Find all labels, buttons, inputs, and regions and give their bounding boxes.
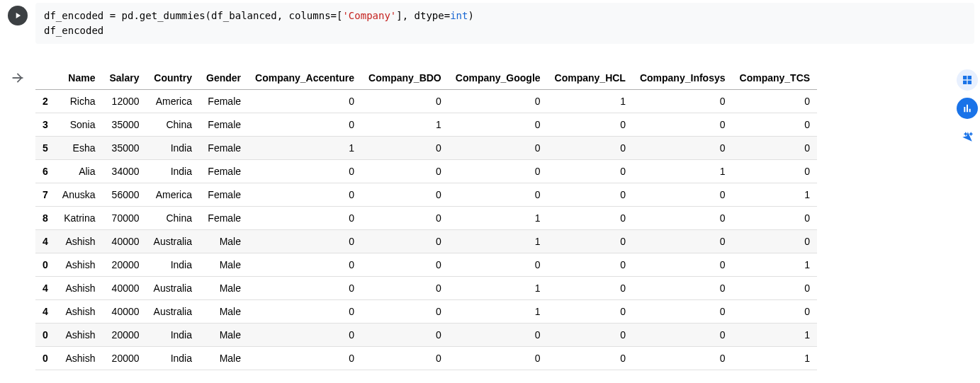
table-cell: 0 xyxy=(733,90,818,113)
code-text: ) xyxy=(468,10,473,21)
table-cell: 0 xyxy=(633,300,733,324)
table-cell: 40000 xyxy=(103,230,147,253)
output-area: NameSalaryCountryGenderCompany_Accenture… xyxy=(0,67,980,370)
interactive-table-button[interactable] xyxy=(957,69,978,91)
table-cell: 0 xyxy=(248,277,361,300)
table-cell: 0 xyxy=(548,160,633,183)
run-button[interactable] xyxy=(8,6,28,25)
table-cell: 0 xyxy=(449,90,548,113)
table-cell: 0 xyxy=(248,90,361,113)
table-cell: 0 xyxy=(733,300,818,324)
magic-icon xyxy=(961,130,974,143)
output-gutter xyxy=(0,67,35,86)
table-row: 4Ashish40000AustraliaMale001000 xyxy=(35,277,817,300)
table-cell: 0 xyxy=(248,183,361,207)
row-index: 4 xyxy=(35,277,55,300)
table-cell: 20000 xyxy=(103,253,147,277)
table-row: 0Ashish20000IndiaMale000001 xyxy=(35,347,817,370)
table-cell: 0 xyxy=(733,137,818,160)
table-cell: Female xyxy=(199,90,248,113)
table-cell: Male xyxy=(199,253,248,277)
table-cell: 0 xyxy=(733,230,818,253)
table-cell: Alia xyxy=(55,160,103,183)
table-cell: 0 xyxy=(548,137,633,160)
table-cell: 0 xyxy=(361,160,449,183)
table-row: 8Katrina70000ChinaFemale001000 xyxy=(35,207,817,230)
code-text: ], dtype= xyxy=(396,10,450,21)
table-cell: 0 xyxy=(733,160,818,183)
table-cell: 1 xyxy=(449,300,548,324)
table-cell: 1 xyxy=(361,113,449,137)
table-cell: 0 xyxy=(248,253,361,277)
table-cell: 70000 xyxy=(103,207,147,230)
table-cell: Male xyxy=(199,277,248,300)
code-text: df_encoded xyxy=(44,25,103,36)
table-cell: 0 xyxy=(248,207,361,230)
table-cell: 0 xyxy=(449,347,548,370)
table-cell: 0 xyxy=(548,277,633,300)
table-row: 6Alia34000IndiaFemale000010 xyxy=(35,160,817,183)
table-cell: 1 xyxy=(733,347,818,370)
table-header-cell: Gender xyxy=(199,67,248,90)
code-text: df_encoded = pd.get_dummies(df_balanced,… xyxy=(44,10,342,21)
table-header-cell: Company_TCS xyxy=(733,67,818,90)
table-cell: 20000 xyxy=(103,324,147,347)
table-cell: 0 xyxy=(361,253,449,277)
row-index: 5 xyxy=(35,137,55,160)
table-cell: 0 xyxy=(248,230,361,253)
table-cell: China xyxy=(147,113,199,137)
table-cell: 0 xyxy=(248,324,361,347)
table-cell: 0 xyxy=(449,137,548,160)
table-cell: 0 xyxy=(361,183,449,207)
table-cell: 20000 xyxy=(103,347,147,370)
table-cell: India xyxy=(147,137,199,160)
table-cell: 0 xyxy=(449,183,548,207)
table-row: 4Ashish40000AustraliaMale001000 xyxy=(35,300,817,324)
table-cell: 0 xyxy=(361,277,449,300)
table-cell: Female xyxy=(199,160,248,183)
table-cell: 0 xyxy=(633,183,733,207)
row-index: 0 xyxy=(35,324,55,347)
table-cell: Male xyxy=(199,347,248,370)
grid-icon xyxy=(962,74,973,86)
table-cell: 0 xyxy=(633,207,733,230)
chart-button[interactable] xyxy=(957,98,978,119)
table-header-row: NameSalaryCountryGenderCompany_Accenture… xyxy=(35,67,817,90)
table-cell: America xyxy=(147,183,199,207)
chart-icon xyxy=(962,103,973,114)
row-index: 4 xyxy=(35,230,55,253)
table-cell: Ashish xyxy=(55,253,103,277)
table-header-cell: Company_Infosys xyxy=(633,67,733,90)
table-cell: Male xyxy=(199,324,248,347)
magic-button[interactable] xyxy=(957,126,978,147)
toggle-output-button[interactable] xyxy=(9,69,26,86)
table-cell: 0 xyxy=(361,347,449,370)
table-cell: 0 xyxy=(248,347,361,370)
table-cell: 0 xyxy=(449,113,548,137)
code-editor[interactable]: df_encoded = pd.get_dummies(df_balanced,… xyxy=(35,3,974,44)
table-cell: Katrina xyxy=(55,207,103,230)
output-side-actions xyxy=(949,67,980,147)
dataframe-output: NameSalaryCountryGenderCompany_Accenture… xyxy=(35,67,949,370)
table-header-cell: Country xyxy=(147,67,199,90)
table-header-cell: Company_HCL xyxy=(548,67,633,90)
table-cell: 0 xyxy=(633,230,733,253)
table-cell: 1 xyxy=(449,207,548,230)
table-cell: Australia xyxy=(147,300,199,324)
table-cell: India xyxy=(147,160,199,183)
table-row: 0Ashish20000IndiaMale000001 xyxy=(35,253,817,277)
table-cell: 40000 xyxy=(103,277,147,300)
table-row: 4Ashish40000AustraliaMale001000 xyxy=(35,230,817,253)
table-cell: 1 xyxy=(449,230,548,253)
table-cell: 0 xyxy=(248,160,361,183)
row-index: 0 xyxy=(35,253,55,277)
table-cell: 0 xyxy=(633,137,733,160)
row-index: 3 xyxy=(35,113,55,137)
table-cell: Ashish xyxy=(55,324,103,347)
table-cell: 35000 xyxy=(103,113,147,137)
table-cell: 40000 xyxy=(103,300,147,324)
table-cell: 1 xyxy=(733,253,818,277)
table-cell: 0 xyxy=(548,230,633,253)
table-cell: Male xyxy=(199,230,248,253)
table-cell: 0 xyxy=(248,300,361,324)
